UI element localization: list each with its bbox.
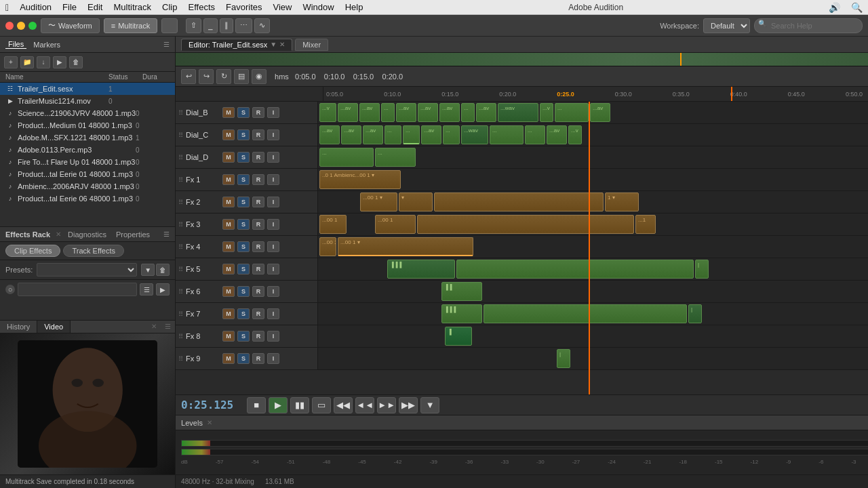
clip[interactable]: ...00 1 ▾ [360,192,397,211]
clip[interactable] [456,260,694,279]
clip[interactable]: ...v [319,103,336,122]
menu-audition[interactable]: Audition [20,2,52,12]
loop-btn[interactable]: ↻ [216,69,231,84]
rewind-button[interactable]: ◄◄ [355,397,374,413]
effects-search-input[interactable] [18,283,137,296]
markers-tab[interactable]: Markers [31,41,63,49]
record-button-fx1[interactable]: R [252,174,264,185]
clip[interactable]: ...av [363,125,383,144]
input-button-fx9[interactable]: I [267,353,279,364]
next-button[interactable]: ▶▶ [399,397,418,413]
loop-play-button[interactable]: ▭ [312,397,331,413]
track-content-dial-d[interactable]: ... ... [318,146,868,168]
workspace-select[interactable]: Default [703,18,750,33]
clip[interactable]: ...00 1 [319,237,336,256]
solo-button-fx7[interactable]: S [237,308,250,319]
mute-button-fx2[interactable]: M [222,197,235,207]
mute-button-fx6[interactable]: M [222,286,235,297]
effects-rack-close[interactable]: ✕ [56,230,61,238]
clip[interactable]: ▐▐▐ [387,260,455,279]
input-button-fx2[interactable]: I [267,197,279,207]
record-button-fx7[interactable]: R [252,308,264,319]
clip[interactable]: | [695,260,709,279]
track-content-fx3[interactable]: ...00 1 ...00 1 ...1 [318,214,868,235]
track-drag-handle[interactable]: ⠿ [178,333,183,340]
mute-button-fx8[interactable]: M [222,331,235,342]
record-button-fx4[interactable]: R [252,241,264,252]
list-item[interactable]: ♪ Science...21906JVRV 48000 1.mp3 0 [0,107,175,119]
input-monitor[interactable]: ◉ [252,69,267,84]
razor-tool[interactable]: ⎯ [203,18,218,33]
close-button[interactable] [5,22,14,30]
track-drag-handle[interactable]: ⠿ [178,109,183,117]
track-content-fx6[interactable]: ▐▐ [318,281,868,302]
menu-edit[interactable]: Edit [87,2,102,12]
menu-help[interactable]: Help [345,2,363,12]
track-drag-handle[interactable]: ⠿ [178,176,183,184]
video-panel-close[interactable]: ✕ [147,323,161,330]
track-content-dial-c[interactable]: ...av ...av ...av ... ... ...av ... ...w… [318,124,868,146]
track-content-fx9[interactable]: | [318,348,868,369]
fast-forward-button[interactable]: ►► [377,397,396,413]
record-button-fx8[interactable]: R [252,331,264,342]
clip[interactable] [417,215,634,234]
clip[interactable]: ...av [547,125,567,144]
clip[interactable]: ▐▐▐ [441,304,482,323]
clip[interactable]: ...av [439,103,460,122]
track-drag-handle[interactable]: ⠿ [178,288,183,296]
clip[interactable]: ... [490,125,524,144]
input-button-dial-b[interactable]: I [267,107,279,118]
delete-btn[interactable]: 🗑 [69,56,83,68]
select-tool[interactable]: ⇧ [186,18,201,33]
new-file-btn[interactable]: + [4,56,18,68]
track-content-fx7[interactable]: ▐▐▐ | [318,303,868,325]
search-input[interactable] [754,18,863,33]
autoplay-btn[interactable]: ▶ [53,56,66,68]
input-button-fx5[interactable]: I [267,264,279,274]
clip[interactable]: ...av [418,103,438,122]
fade-tool[interactable]: ∿ [254,18,270,33]
clip[interactable]: ...av [590,103,610,122]
effects-power-btn[interactable]: ○ [5,285,15,294]
mute-button-dial-c[interactable]: M [222,129,235,140]
properties-tab[interactable]: Properties [113,230,153,239]
clip[interactable] [484,304,687,323]
levels-close[interactable]: ✕ [207,419,212,426]
input-button-fx6[interactable]: I [267,286,279,297]
maximize-button[interactable] [28,22,37,30]
solo-button-fx6[interactable]: S [237,286,250,297]
slip-tool[interactable]: ⋯ [235,18,252,33]
track-content-fx1[interactable]: ..0 1 Ambienc...00 1 ▾ [318,169,868,190]
files-panel-close[interactable]: ☰ [163,41,170,48]
time-tool[interactable]: ∥ [220,18,233,33]
clip[interactable]: ▾ [399,192,433,211]
mute-button-fx5[interactable]: M [222,264,235,274]
menu-window[interactable]: Window [302,2,334,12]
clip[interactable]: ...av [319,125,340,144]
input-button-fx3[interactable]: I [267,219,279,230]
import-btn[interactable]: ↓ [37,56,50,68]
solo-button-dial-d[interactable]: S [237,152,250,163]
presets-del-btn[interactable]: 🗑 [156,264,170,276]
clip[interactable] [434,192,604,211]
search-menu-icon[interactable]: 🔍 [851,2,863,13]
open-file-btn[interactable]: 📁 [20,56,34,68]
stop-button[interactable]: ■ [247,397,266,413]
solo-button-fx3[interactable]: S [237,219,250,230]
play-button[interactable]: ▶ [269,397,288,413]
solo-button-fx5[interactable]: S [237,264,250,274]
track-drag-handle[interactable]: ⠿ [178,266,183,273]
track-drag-handle[interactable]: ⠿ [178,310,183,318]
list-item[interactable]: ♪ Ambienc...2006ARJV 48000 1.mp3 0 [0,180,175,192]
track-content-fx4[interactable]: ...00 1 ...00 1 ▾ [318,236,868,258]
record-button-dial-d[interactable]: R [252,152,264,163]
track-drag-handle[interactable]: ⠿ [178,131,183,139]
list-item[interactable]: ♪ Adobe.0113.Perc.mp3 0 [0,144,175,156]
clip[interactable]: ...av [396,103,416,122]
track-drag-handle[interactable]: ⠿ [178,355,183,363]
clip[interactable]: ▐ [445,327,472,346]
mute-button-fx9[interactable]: M [222,353,235,364]
menu-clip[interactable]: Clip [162,2,177,12]
prev-button[interactable]: ◀◀ [334,397,353,413]
clip[interactable]: ... [461,103,475,122]
